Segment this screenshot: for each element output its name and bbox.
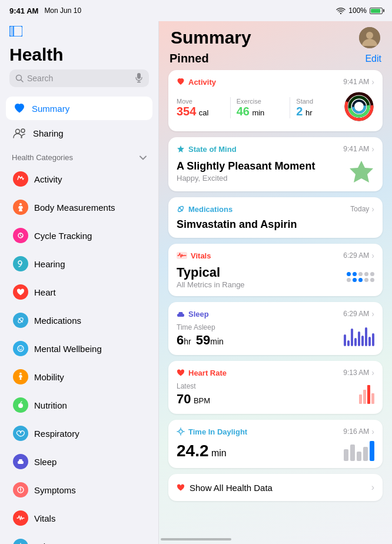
sleep-content: Time Asleep 6hr 59min <box>177 323 374 348</box>
sidebar-item-mental-wellbeing[interactable]: Mental Wellbeing <box>6 335 152 362</box>
sleep-time-row: 6:29 AM › <box>343 309 374 319</box>
sleep-card-icon <box>177 310 185 318</box>
sidebar-item-mobility[interactable]: Mobility <box>6 363 152 390</box>
svg-point-17 <box>19 347 20 349</box>
sidebar-item-respiratory[interactable]: Respiratory <box>6 420 152 447</box>
activity-card-title: Activity <box>188 78 216 87</box>
dot-10 <box>370 278 374 282</box>
heart-icon <box>13 284 28 300</box>
metric-divider-1 <box>230 97 231 118</box>
svg-rect-52 <box>179 312 183 314</box>
sidebar-item-nutrition[interactable]: Nutrition <box>6 392 152 419</box>
sidebar-item-heart[interactable]: Heart <box>6 278 152 306</box>
sidebar-item-medications[interactable]: Medications <box>6 307 152 334</box>
show-all-chevron: › <box>371 482 374 493</box>
exercise-label: Exercise <box>237 98 284 105</box>
sidebar-item-symptoms-label: Symptoms <box>34 485 76 495</box>
pinned-label: Pinned <box>170 52 209 65</box>
sidebar-item-cycle-tracking[interactable]: Cycle Tracking <box>6 222 152 249</box>
vitals-dots-row-2 <box>347 278 374 282</box>
metric-divider-2 <box>290 97 290 118</box>
search-bar[interactable]: Search <box>9 69 149 87</box>
heart-rate-card[interactable]: Heart Rate 9:13 AM › Latest 70 BPM <box>168 361 383 414</box>
vitals-content: Typical All Metrics in Range <box>177 265 374 289</box>
state-time-row: 9:41 AM › <box>343 144 374 154</box>
exercise-unit: min <box>252 108 264 117</box>
vitals-visualization <box>347 272 374 282</box>
hr-content: Latest 70 BPM <box>177 382 374 407</box>
state-title-row: State of Mind <box>177 145 237 154</box>
battery-percent: 100% <box>348 6 367 15</box>
main-title: Summary <box>171 28 251 48</box>
sleep-icon <box>13 454 28 469</box>
sleep-hours: 6hr 59min <box>177 333 224 347</box>
sidebar-item-other-data[interactable]: Other Data <box>6 533 152 544</box>
activity-time-row: 9:41 AM › <box>343 77 374 87</box>
cycle-tracking-icon <box>13 228 28 243</box>
sidebar-item-sleep[interactable]: Sleep <box>6 448 152 475</box>
med-card-title: Medications <box>188 205 232 214</box>
hr-title-row: Heart Rate <box>177 369 227 377</box>
stand-value-row: 2 hr <box>296 105 344 118</box>
dot-3 <box>358 272 363 276</box>
state-card-title: State of Mind <box>188 145 237 154</box>
medications-header: Medications Today › <box>177 204 374 214</box>
sleep-text-block: Time Asleep 6hr 59min <box>177 323 224 348</box>
sleep-card[interactable]: Sleep 6:29 AM › Time Asleep 6hr 59min <box>168 302 383 355</box>
edit-button[interactable]: Edit <box>365 54 381 64</box>
heart-blue-icon <box>13 102 26 114</box>
sleep-bar-2 <box>347 340 350 346</box>
sidebar-scroll: Summary Sharing Health Categories <box>0 95 158 544</box>
vitals-card[interactable]: Vitals 6:29 AM › Typical All Metrics in … <box>168 244 383 296</box>
hr-card-time: 9:13 AM <box>343 369 369 377</box>
hr-time-row: 9:13 AM › <box>343 368 374 377</box>
sidebar-item-mobility-label: Mobility <box>34 372 64 382</box>
daylight-unit: min <box>211 448 227 458</box>
med-heading: Simvastatin and Aspirin <box>177 218 374 231</box>
sidebar-header: Health Search <box>0 39 158 95</box>
main-scroll: Pinned Edit Activity 9:41 AM › <box>159 52 392 544</box>
dl-bar-1 <box>344 449 348 461</box>
svg-line-15 <box>19 319 23 323</box>
svg-point-18 <box>21 347 22 349</box>
med-chevron: › <box>371 204 374 214</box>
state-visual <box>348 158 374 184</box>
activity-card[interactable]: Activity 9:41 AM › Move 354 cal <box>168 70 383 131</box>
sidebar-item-hearing[interactable]: Hearing <box>6 250 152 277</box>
hr-text-block: Latest 70 BPM <box>177 382 210 407</box>
sleep-bar-5 <box>358 331 360 346</box>
state-of-mind-card[interactable]: State of Mind 9:41 AM › A Slightly Pleas… <box>168 137 383 191</box>
dot-2 <box>353 272 357 276</box>
sidebar-item-sharing[interactable]: Sharing <box>6 121 152 145</box>
health-categories-label: Health Categories <box>12 153 73 162</box>
medications-card[interactable]: Medications Today › Simvastatin and Aspi… <box>168 197 383 238</box>
dl-bar-3 <box>357 452 361 461</box>
avatar[interactable] <box>359 27 380 48</box>
state-heading: A Slightly Pleasant Moment <box>177 160 315 173</box>
sidebar-toggle-icon[interactable] <box>9 26 22 37</box>
svg-marker-47 <box>350 161 373 183</box>
svg-point-19 <box>19 373 22 375</box>
heart-rate-header: Heart Rate 9:13 AM › <box>177 368 374 377</box>
vitals-heading: Typical <box>177 265 245 280</box>
sidebar-item-vitals[interactable]: Vitals <box>6 505 152 532</box>
sidebar-toggle-area[interactable] <box>0 21 158 39</box>
time-in-daylight-card[interactable]: Time In Daylight 9:16 AM › 24.2 min <box>168 420 383 468</box>
state-subtext: Happy, Excited <box>177 174 315 183</box>
daylight-value: 24.2 <box>177 442 209 460</box>
dl-bar-4 <box>363 447 368 461</box>
svg-point-39 <box>366 32 373 39</box>
show-all-row[interactable]: Show All Health Data › <box>168 474 383 501</box>
sidebar-item-activity[interactable]: Activity <box>6 165 152 193</box>
medications-icon <box>13 313 28 328</box>
sidebar-item-symptoms[interactable]: Symptoms <box>6 476 152 503</box>
daylight-card-title: Time In Daylight <box>188 427 247 436</box>
sidebar-item-summary[interactable]: Summary <box>6 97 152 120</box>
daylight-chevron: › <box>371 427 374 436</box>
svg-rect-2 <box>9 26 14 37</box>
svg-rect-6 <box>137 73 141 79</box>
move-value-row: 354 cal <box>177 105 224 118</box>
hr-visualization <box>359 385 374 404</box>
sidebar-item-body-measurements[interactable]: Body Measurements <box>6 194 152 221</box>
hearing-icon <box>13 256 28 271</box>
